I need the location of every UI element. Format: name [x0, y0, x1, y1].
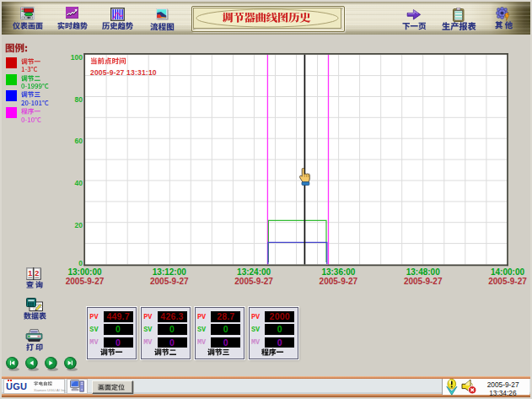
svg-text:2: 2: [35, 268, 39, 277]
svg-text:1: 1: [28, 268, 32, 277]
